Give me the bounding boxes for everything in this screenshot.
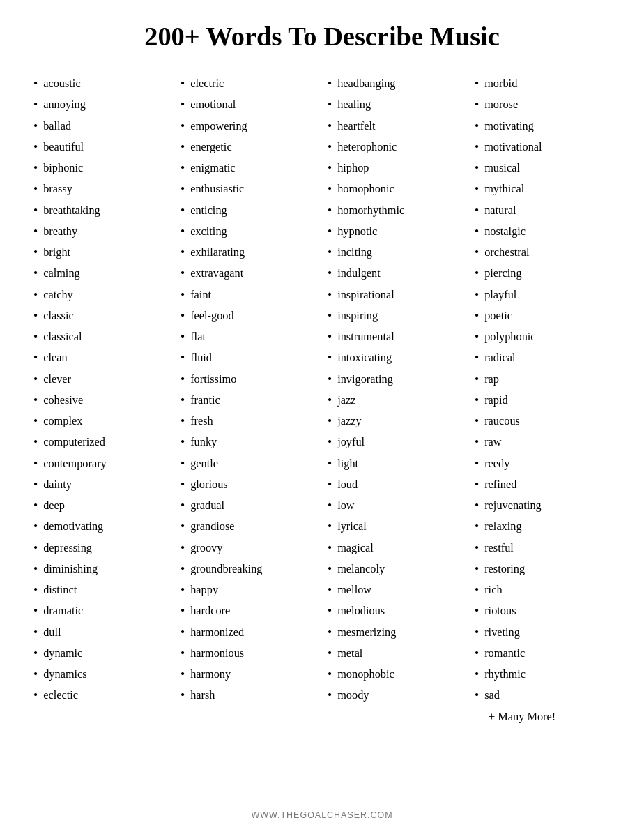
- list-item: homophonic: [328, 178, 463, 199]
- list-item: feel-good: [181, 305, 316, 326]
- list-item: enigmatic: [181, 157, 316, 178]
- list-item: melancoly: [328, 558, 463, 579]
- list-item: riveting: [475, 621, 611, 642]
- list-item: monophobic: [328, 663, 463, 684]
- list-item: reedy: [475, 453, 611, 473]
- list-item: harsh: [181, 684, 316, 705]
- list-item: metal: [328, 642, 463, 663]
- list-item: clean: [33, 347, 169, 367]
- list-item: demotivating: [33, 515, 169, 536]
- list-item: dynamics: [33, 663, 169, 684]
- list-item: enthusiastic: [181, 178, 316, 199]
- list-item: electric: [181, 73, 316, 93]
- list-item: sad: [475, 684, 611, 705]
- list-item: polyphonic: [475, 326, 611, 347]
- list-item: enticing: [181, 199, 316, 220]
- list-item: calming: [33, 262, 169, 283]
- list-item: diminishing: [33, 558, 169, 579]
- list-item: instrumental: [328, 326, 463, 347]
- list-item: cohesive: [33, 389, 169, 410]
- list-item: melodious: [328, 600, 463, 621]
- list-item: fortissimo: [181, 368, 316, 389]
- list-item: rejuvenating: [475, 494, 611, 515]
- column-3: headbanginghealingheartfeltheterophonich…: [322, 73, 469, 794]
- list-item: rhythmic: [475, 663, 611, 684]
- list-item: morbid: [475, 73, 611, 93]
- list-item: restful: [475, 537, 611, 558]
- list-item: rapid: [475, 389, 611, 410]
- list-item: playful: [475, 284, 611, 305]
- list-item: emotional: [181, 93, 316, 114]
- list-item: jazz: [328, 389, 463, 410]
- list-item: energetic: [181, 136, 316, 157]
- list-item: exhilarating: [181, 241, 316, 262]
- list-item: depressing: [33, 537, 169, 558]
- list-item: hypnotic: [328, 220, 463, 241]
- list-item: radical: [475, 347, 611, 367]
- list-item: harmony: [181, 663, 316, 684]
- list-item: mythical: [475, 178, 611, 199]
- list-item: funky: [181, 431, 316, 452]
- word-list-1: acousticannoyingballadbeautifulbiphonicb…: [33, 73, 169, 706]
- list-item: relaxing: [475, 515, 611, 536]
- list-item: nostalgic: [475, 220, 611, 241]
- list-item: healing: [328, 93, 463, 114]
- list-item: natural: [475, 199, 611, 220]
- list-item: classic: [33, 305, 169, 326]
- list-item: groovy: [181, 537, 316, 558]
- list-item: intoxicating: [328, 347, 463, 367]
- list-item: hiphop: [328, 157, 463, 178]
- list-item: lyrical: [328, 515, 463, 536]
- list-item: fluid: [181, 347, 316, 367]
- list-item: fresh: [181, 410, 316, 431]
- list-item: dull: [33, 621, 169, 642]
- list-item: raw: [475, 431, 611, 452]
- column-1: acousticannoyingballadbeautifulbiphonicb…: [28, 73, 175, 794]
- list-item: motivating: [475, 115, 611, 136]
- footer: WWW.THEGOALCHASER.COM: [251, 810, 392, 820]
- word-list-4: morbidmorosemotivatingmotivationalmusica…: [475, 73, 611, 706]
- column-4: morbidmorosemotivatingmotivationalmusica…: [469, 73, 616, 794]
- list-item: refined: [475, 473, 611, 494]
- list-item: deep: [33, 494, 169, 515]
- list-item: acoustic: [33, 73, 169, 93]
- list-item: brassy: [33, 178, 169, 199]
- page-title: 200+ Words To Describe Music: [144, 21, 500, 52]
- list-item: orchestral: [475, 241, 611, 262]
- list-item: headbanging: [328, 73, 463, 93]
- list-item: heterophonic: [328, 136, 463, 157]
- list-item: classical: [33, 326, 169, 347]
- list-item: rich: [475, 579, 611, 600]
- word-list-2: electricemotionalempoweringenergeticenig…: [181, 73, 316, 706]
- more-text: + Many More!: [475, 707, 611, 727]
- list-item: glorious: [181, 473, 316, 494]
- list-item: happy: [181, 579, 316, 600]
- list-item: poetic: [475, 305, 611, 326]
- list-item: eclectic: [33, 684, 169, 705]
- list-item: heartfelt: [328, 115, 463, 136]
- list-item: motivational: [475, 136, 611, 157]
- list-item: grandiose: [181, 515, 316, 536]
- list-item: frantic: [181, 389, 316, 410]
- list-item: invigorating: [328, 368, 463, 389]
- list-item: morose: [475, 93, 611, 114]
- list-item: flat: [181, 326, 316, 347]
- list-item: homorhythmic: [328, 199, 463, 220]
- list-item: complex: [33, 410, 169, 431]
- columns-wrapper: acousticannoyingballadbeautifulbiphonicb…: [28, 73, 616, 794]
- list-item: mellow: [328, 579, 463, 600]
- list-item: gentle: [181, 453, 316, 473]
- list-item: harmonious: [181, 642, 316, 663]
- list-item: rap: [475, 368, 611, 389]
- list-item: breathtaking: [33, 199, 169, 220]
- list-item: indulgent: [328, 262, 463, 283]
- list-item: moody: [328, 684, 463, 705]
- list-item: faint: [181, 284, 316, 305]
- list-item: raucous: [475, 410, 611, 431]
- list-item: beautiful: [33, 136, 169, 157]
- list-item: ballad: [33, 115, 169, 136]
- list-item: musical: [475, 157, 611, 178]
- list-item: harmonized: [181, 621, 316, 642]
- list-item: inciting: [328, 241, 463, 262]
- list-item: restoring: [475, 558, 611, 579]
